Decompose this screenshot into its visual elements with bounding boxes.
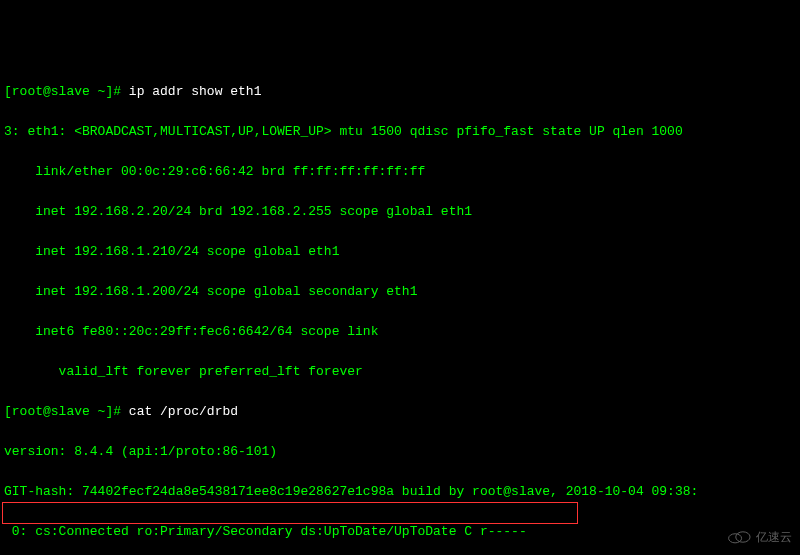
watermark: 亿速云 xyxy=(726,527,792,547)
shell-prompt: [root@slave ~]# xyxy=(4,404,121,419)
prompt-line-ip: [root@slave ~]# ip addr show eth1 xyxy=(4,82,796,102)
drbd-conn: 0: cs:Connected ro:Primary/Secondary ds:… xyxy=(4,522,796,542)
ip-output-inet2: inet 192.168.1.210/24 scope global eth1 xyxy=(4,242,796,262)
svg-point-1 xyxy=(736,532,750,542)
highlight-box xyxy=(2,502,578,524)
ip-output-inet1: inet 192.168.2.20/24 brd 192.168.2.255 s… xyxy=(4,202,796,222)
prompt-line-drbd1: [root@slave ~]# cat /proc/drbd xyxy=(4,402,796,422)
command-ip-addr: ip addr show eth1 xyxy=(129,84,262,99)
drbd-githash: GIT-hash: 74402fecf24da8e5438171ee8c19e2… xyxy=(4,482,796,502)
ip-output-inet6: inet6 fe80::20c:29ff:fec6:6642/64 scope … xyxy=(4,322,796,342)
watermark-text: 亿速云 xyxy=(756,527,792,547)
ip-output-link: link/ether 00:0c:29:c6:66:42 brd ff:ff:f… xyxy=(4,162,796,182)
shell-prompt: [root@slave ~]# xyxy=(4,84,121,99)
cloud-icon xyxy=(726,529,752,545)
ip-output-inet3: inet 192.168.1.200/24 scope global secon… xyxy=(4,282,796,302)
ip-output-header: 3: eth1: <BROADCAST,MULTICAST,UP,LOWER_U… xyxy=(4,122,796,142)
command-cat-drbd: cat /proc/drbd xyxy=(129,404,238,419)
drbd-version: version: 8.4.4 (api:1/proto:86-101) xyxy=(4,442,796,462)
ip-output-valid: valid_lft forever preferred_lft forever xyxy=(4,362,796,382)
